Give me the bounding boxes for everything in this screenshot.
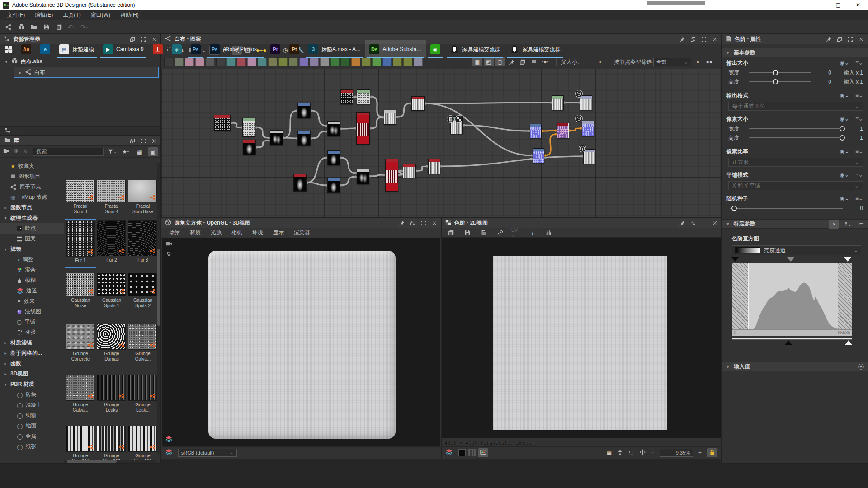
taskbar-camtasia[interactable]: ▶Camtasia 9	[99, 40, 148, 58]
sidebar-item-函数节点[interactable]: ▸函数节点	[0, 202, 64, 213]
library-item[interactable]: GrungeLeak...	[127, 374, 157, 418]
node-create-button-23[interactable]	[403, 58, 412, 66]
library-item[interactable]: Fur 2	[96, 219, 127, 268]
node-create-button-1[interactable]	[175, 58, 184, 66]
zoom-level-field[interactable]: 9.35%	[660, 449, 693, 457]
tiling-swatch[interactable]	[468, 449, 476, 456]
library-item[interactable]: FractalSum Base	[127, 179, 157, 220]
node-create-button-24[interactable]	[414, 58, 423, 66]
library-hscrollbar[interactable]	[64, 460, 156, 463]
view3d-viewport[interactable]	[162, 238, 440, 446]
cube-badge[interactable]	[575, 115, 583, 122]
library-item[interactable]: GrungeGalva...	[65, 374, 96, 418]
camera-icon[interactable]	[165, 240, 172, 249]
float-icon[interactable]	[837, 37, 842, 42]
menu-item-2[interactable]: 工具(T)	[58, 10, 85, 20]
library-item[interactable]: GrungeDamas	[96, 323, 127, 367]
node-create-button-17[interactable]	[341, 58, 350, 66]
graph-node-5[interactable]	[297, 131, 311, 146]
view3d-menu-2[interactable]: 光源	[207, 228, 226, 237]
histogram-icon[interactable]: ⫯⌄	[845, 221, 852, 227]
output-format-select[interactable]: 每个通道 8 位⌄	[728, 102, 863, 111]
grid-view-icon[interactable]: ▦	[134, 147, 144, 156]
maximize-icon[interactable]	[421, 221, 426, 226]
width-input-mode[interactable]: 输入 x 1	[831, 69, 863, 77]
link-icon[interactable]	[495, 228, 505, 237]
toggle-a-icon[interactable]: ▣	[472, 57, 482, 66]
sidebar-item-模糊[interactable]: 模糊	[0, 275, 64, 286]
sidebar-item-纸张[interactable]: ◯纸张	[0, 441, 64, 452]
maximize-icon[interactable]	[701, 221, 707, 226]
input-mid-marker[interactable]	[787, 257, 794, 262]
toggle-c-icon[interactable]: ▢	[495, 57, 505, 66]
sidebar-item-地面[interactable]: ◯地面	[0, 421, 64, 431]
node-create-button-5[interactable]	[216, 58, 225, 66]
filter-select[interactable]: 全部⌄	[653, 58, 691, 66]
output-width-slider[interactable]	[749, 72, 811, 73]
edit-icon[interactable]: ✎	[23, 149, 28, 155]
sidebar-item-纹理生成器[interactable]: ▾纹理生成器	[0, 213, 64, 223]
library-item[interactable]: Fur 3	[127, 219, 157, 268]
pixel-height-slider[interactable]	[749, 137, 843, 138]
options-icon[interactable]: ≡⌄	[855, 116, 863, 122]
levels-histogram[interactable]: 065535	[732, 257, 861, 350]
view3d-menu-5[interactable]: 显示	[269, 228, 288, 237]
node-create-button-15[interactable]	[320, 58, 329, 66]
inherit-icon[interactable]: ◉⌄	[840, 148, 849, 155]
pin-icon[interactable]	[399, 220, 405, 226]
float-icon[interactable]	[130, 138, 135, 144]
node-create-button-3[interactable]	[195, 58, 204, 66]
graph-node-0[interactable]	[214, 115, 231, 131]
options-icon[interactable]: ≡⌄	[855, 60, 863, 66]
graph-node-16[interactable]	[385, 159, 398, 192]
sidebar-item-混合[interactable]: 混合	[0, 265, 64, 275]
sidebar-item-基于网格的...[interactable]: ▸基于网格的...	[0, 348, 64, 358]
maximize-icon[interactable]	[848, 37, 853, 42]
library-item[interactable]: GaussianSpots 2	[127, 272, 157, 314]
node-create-button-20[interactable]	[372, 58, 381, 66]
input-black-marker[interactable]	[731, 257, 739, 262]
taskbar-teal-app[interactable]: ◈	[167, 40, 186, 58]
histogram-icon[interactable]	[544, 228, 554, 237]
light-icon[interactable]	[166, 251, 172, 258]
library-item[interactable]: GrungeMap 003	[127, 425, 157, 460]
sidebar-item-调整[interactable]: ◑调整	[0, 254, 64, 265]
channels-icon[interactable]: ⌄	[446, 449, 456, 457]
lock-icon[interactable]	[707, 448, 717, 457]
image-node-icon[interactable]	[518, 57, 528, 66]
pixel-ratio-select[interactable]: 正方形⌄	[728, 158, 863, 167]
inherit-icon[interactable]: ◉⌄	[840, 92, 849, 99]
sidebar-item-PBR 材质[interactable]: ▾PBR 材质	[0, 379, 64, 389]
colorspace-select[interactable]: sRGB (default) ⌄	[178, 449, 237, 457]
section-basic-params[interactable]: ▾基本参数	[722, 48, 868, 57]
height-input-mode[interactable]: 输入 x 1	[831, 78, 863, 86]
pin-icon[interactable]	[826, 36, 831, 42]
graph-node-24[interactable]	[582, 121, 594, 136]
start-button[interactable]	[0, 40, 17, 58]
tree-view-icon[interactable]	[5, 127, 11, 135]
zoom-out-button[interactable]: −	[651, 450, 654, 456]
fit-frame-icon[interactable]	[628, 449, 634, 456]
graph-node-1[interactable]	[242, 118, 255, 137]
cube-badge[interactable]	[579, 145, 586, 152]
sidebar-item-变换[interactable]: 变换	[0, 327, 64, 338]
chevrons-more-2[interactable]: »	[696, 59, 699, 65]
sidebar-item-织物[interactable]: ◯织物	[0, 410, 64, 421]
checker-badge[interactable]	[455, 115, 462, 123]
comment-icon[interactable]	[529, 57, 539, 66]
save-all-icon[interactable]	[54, 23, 64, 32]
close-icon[interactable]	[859, 37, 864, 42]
node-create-button-13[interactable]	[299, 58, 308, 66]
dot-link-icon[interactable]: -●-	[540, 57, 550, 66]
sidebar-item-噪点[interactable]: 噪点	[0, 223, 64, 234]
node-create-button-4[interactable]	[206, 58, 215, 66]
input-white-marker[interactable]	[844, 257, 851, 262]
output-white-marker[interactable]	[845, 340, 852, 345]
pixel-width-slider[interactable]	[749, 128, 843, 129]
node-create-button-21[interactable]	[382, 58, 392, 66]
link-pair-icon[interactable]: ●●	[704, 57, 714, 66]
pan-icon[interactable]	[640, 449, 646, 456]
display-mode-icon[interactable]: ▣	[148, 147, 158, 156]
library-item[interactable]: GrungeMap 002	[96, 425, 127, 460]
minimize-button[interactable]: –	[808, 0, 828, 10]
